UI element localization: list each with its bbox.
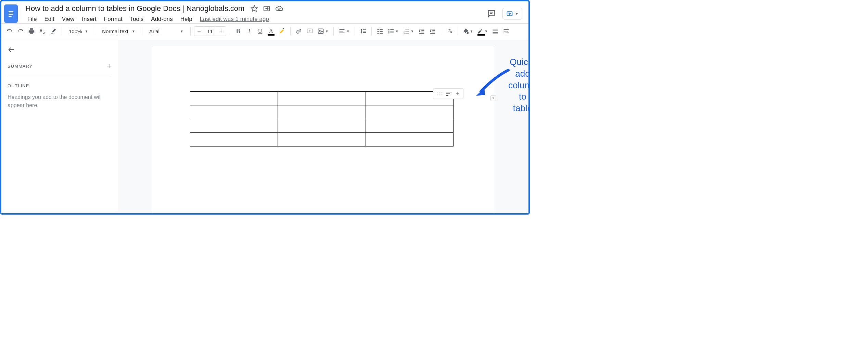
font-select[interactable]: Arial▼ xyxy=(146,28,187,34)
last-edit-link[interactable]: Last edit was 1 minute ago xyxy=(200,16,269,23)
svg-rect-40 xyxy=(493,29,498,29)
table-row[interactable] xyxy=(190,133,454,146)
italic-button[interactable]: I xyxy=(244,26,254,36)
insert-link-button[interactable] xyxy=(294,26,304,36)
svg-rect-25 xyxy=(390,33,394,33)
underline-button[interactable]: U xyxy=(255,26,265,36)
cloud-saved-icon[interactable] xyxy=(275,4,283,13)
table-cell[interactable] xyxy=(278,119,366,133)
font-size-input[interactable] xyxy=(204,27,216,36)
svg-rect-48 xyxy=(505,33,506,33)
svg-point-54 xyxy=(439,92,441,93)
spellcheck-button[interactable] xyxy=(38,26,47,36)
increase-indent-button[interactable] xyxy=(428,26,437,36)
share-present-button[interactable]: ▼ xyxy=(502,8,522,20)
summary-label: SUMMARY xyxy=(8,64,33,69)
menu-addons[interactable]: Add-ons xyxy=(148,14,176,24)
table-row[interactable] xyxy=(190,105,454,119)
print-button[interactable] xyxy=(27,26,36,36)
comments-icon[interactable] xyxy=(487,9,496,18)
undo-button[interactable] xyxy=(5,26,14,36)
border-color-button[interactable]: ▼ xyxy=(476,26,489,36)
column-hover-widget: + xyxy=(433,88,463,99)
separator xyxy=(230,27,230,35)
paragraph-style-select[interactable]: Normal text▼ xyxy=(99,28,139,34)
table-cell[interactable] xyxy=(190,133,278,146)
table-cell[interactable] xyxy=(190,92,278,105)
bold-button[interactable]: B xyxy=(233,26,243,36)
svg-rect-0 xyxy=(9,11,13,12)
outline-label: OUTLINE xyxy=(8,83,112,88)
table-cell[interactable] xyxy=(366,119,453,133)
menu-tools[interactable]: Tools xyxy=(127,14,147,24)
highlight-color-button[interactable] xyxy=(277,26,287,36)
page[interactable]: + ▼ Quick-add column to table xyxy=(152,46,494,213)
svg-rect-19 xyxy=(380,33,383,34)
svg-point-56 xyxy=(437,94,438,95)
redo-button[interactable] xyxy=(16,26,25,36)
line-spacing-button[interactable] xyxy=(358,26,368,36)
svg-rect-23 xyxy=(390,29,394,30)
svg-rect-17 xyxy=(380,29,383,30)
menu-help[interactable]: Help xyxy=(177,14,196,24)
table-cell[interactable] xyxy=(278,92,366,105)
move-icon[interactable] xyxy=(263,5,270,12)
star-icon[interactable] xyxy=(251,5,258,12)
add-summary-button[interactable]: + xyxy=(107,62,112,71)
checklist-button[interactable] xyxy=(375,26,385,36)
docs-logo[interactable] xyxy=(4,4,18,23)
svg-point-58 xyxy=(442,94,443,95)
chevron-down-icon: ▼ xyxy=(132,29,135,33)
table-cell[interactable] xyxy=(278,133,366,146)
document-table[interactable] xyxy=(190,91,454,146)
decrease-indent-button[interactable] xyxy=(417,26,426,36)
numbered-list-button[interactable]: 123▼ xyxy=(401,26,416,36)
border-style-button[interactable] xyxy=(501,26,511,36)
table-cell[interactable] xyxy=(190,105,278,119)
bulleted-list-button[interactable]: ▼ xyxy=(386,26,400,36)
menu-view[interactable]: View xyxy=(59,14,78,24)
add-column-button[interactable]: + xyxy=(456,90,460,97)
back-arrow-icon[interactable] xyxy=(8,46,112,53)
app-frame: How to add a column to tables in Google … xyxy=(0,0,530,215)
separator xyxy=(441,27,441,35)
svg-rect-41 xyxy=(493,30,498,31)
svg-rect-1 xyxy=(9,13,13,13)
table-cell[interactable] xyxy=(366,133,453,146)
menu-format[interactable]: Format xyxy=(101,14,126,24)
text-color-button[interactable]: A xyxy=(266,26,276,36)
chevron-down-icon: ▼ xyxy=(411,29,414,33)
table-cell[interactable] xyxy=(190,119,278,133)
chevron-down-icon: ▼ xyxy=(325,29,329,33)
table-row[interactable] xyxy=(190,92,454,105)
table-options-caret[interactable]: ▼ xyxy=(490,95,496,101)
document-canvas[interactable]: + ▼ Quick-add column to table xyxy=(118,39,528,213)
toolbar: 100%▼ Normal text▼ Arial▼ − + B I U A ▼ … xyxy=(1,23,528,39)
align-button[interactable]: ▼ xyxy=(337,26,351,36)
fill-color-button[interactable]: ▼ xyxy=(461,26,475,36)
menubar: File Edit View Insert Format Tools Add-o… xyxy=(24,14,487,24)
add-comment-button[interactable] xyxy=(305,26,315,36)
svg-rect-14 xyxy=(339,29,344,30)
clear-formatting-button[interactable] xyxy=(445,26,454,36)
table-cell[interactable] xyxy=(366,105,453,119)
separator xyxy=(95,27,95,35)
svg-rect-59 xyxy=(446,92,452,92)
font-size-decrease[interactable]: − xyxy=(194,28,204,34)
separator xyxy=(333,27,334,35)
drag-handle-icon[interactable] xyxy=(437,92,443,96)
menu-file[interactable]: File xyxy=(24,14,40,24)
paint-format-button[interactable] xyxy=(49,26,58,36)
insert-image-button[interactable]: ▼ xyxy=(316,26,330,36)
menu-insert[interactable]: Insert xyxy=(78,14,100,24)
border-width-button[interactable] xyxy=(490,26,500,36)
font-size-increase[interactable]: + xyxy=(216,28,226,34)
chevron-down-icon: ▼ xyxy=(346,29,350,33)
table-row[interactable] xyxy=(190,119,454,133)
zoom-select[interactable]: 100%▼ xyxy=(65,28,91,34)
sort-icon[interactable] xyxy=(446,91,452,96)
menu-edit[interactable]: Edit xyxy=(41,14,58,24)
document-title[interactable]: How to add a column to tables in Google … xyxy=(24,3,246,14)
chevron-down-icon: ▼ xyxy=(395,29,399,33)
table-cell[interactable] xyxy=(278,105,366,119)
